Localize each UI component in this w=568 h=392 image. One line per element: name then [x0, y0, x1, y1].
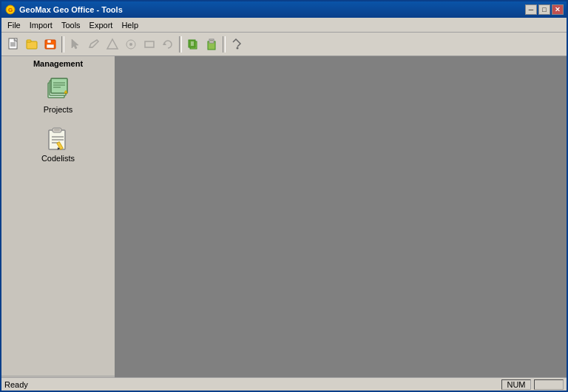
- svg-point-15: [129, 43, 132, 46]
- svg-marker-13: [107, 39, 118, 49]
- sidebar-item-codelists[interactable]: Codelists: [25, 123, 92, 166]
- toolbar-sep-1: [61, 36, 64, 53]
- tool-move: [122, 36, 140, 53]
- svg-rect-10: [47, 40, 51, 43]
- status-text: Ready: [4, 380, 501, 389]
- sidebar-item-projects[interactable]: Projects: [25, 74, 92, 117]
- svg-rect-8: [27, 40, 31, 42]
- app-icon: G: [4, 4, 16, 16]
- sidebar-content: Management: [1, 56, 115, 376]
- sidebar-title: Management: [1, 59, 115, 68]
- title-bar: G GeoMax Geo Office - Tools ─ □ ✕: [1, 1, 567, 18]
- toolbar-sep-3: [223, 36, 226, 53]
- tool-edit: [85, 36, 103, 53]
- minimize-button[interactable]: ─: [525, 4, 537, 15]
- tool-copy[interactable]: [184, 36, 202, 53]
- save-button[interactable]: [41, 36, 59, 53]
- close-button[interactable]: ✕: [552, 4, 564, 15]
- toolbar-sep-2: [179, 36, 182, 53]
- toolbar: [1, 33, 567, 56]
- menu-export[interactable]: Export: [85, 19, 118, 31]
- svg-rect-36: [54, 129, 60, 131]
- menu-tools[interactable]: Tools: [57, 19, 85, 31]
- tool-triangle: [104, 36, 121, 53]
- body-area: Management: [1, 56, 567, 391]
- projects-icon: [45, 77, 72, 104]
- status-extra: [534, 379, 564, 390]
- tool-rectangle: [141, 36, 158, 53]
- content-area: [116, 56, 567, 391]
- svg-rect-16: [145, 41, 154, 47]
- codelists-label: Codelists: [41, 154, 75, 163]
- tool-paste[interactable]: [203, 36, 220, 53]
- menu-help[interactable]: Help: [117, 19, 143, 31]
- menu-file[interactable]: File: [3, 19, 25, 31]
- app-window: G GeoMax Geo Office - Tools ─ □ ✕ File I…: [0, 0, 568, 392]
- maximize-button[interactable]: □: [538, 4, 550, 15]
- sidebar: Management: [1, 56, 116, 391]
- status-panels: NUM: [501, 379, 564, 390]
- svg-point-26: [237, 47, 239, 49]
- svg-text:G: G: [8, 7, 13, 13]
- menu-import[interactable]: Import: [25, 19, 57, 31]
- new-button[interactable]: [4, 36, 22, 53]
- window-title: GeoMax Geo Office - Tools: [19, 5, 525, 14]
- codelists-icon: [45, 126, 72, 152]
- svg-rect-25: [210, 40, 213, 41]
- svg-rect-29: [51, 78, 67, 93]
- svg-rect-11: [47, 44, 54, 48]
- menu-bar: File Import Tools Export Help: [1, 18, 567, 33]
- status-num: NUM: [501, 379, 531, 390]
- tool-select: [67, 36, 84, 53]
- open-button[interactable]: [23, 36, 41, 53]
- tool-rotate: [159, 36, 177, 53]
- window-controls: ─ □ ✕: [525, 4, 564, 15]
- projects-label: Projects: [44, 105, 73, 114]
- status-bar: Ready NUM: [1, 377, 567, 391]
- tool-help[interactable]: [228, 36, 246, 53]
